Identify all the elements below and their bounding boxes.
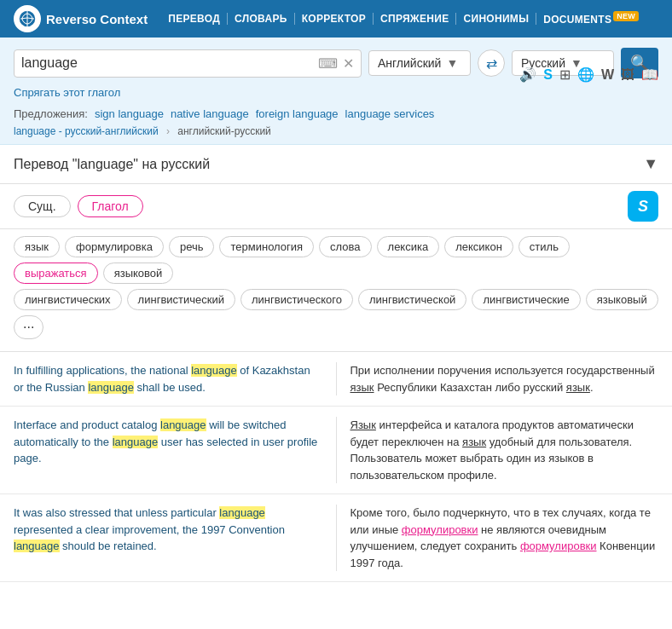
chip-formulirovka[interactable]: формулировка xyxy=(65,236,164,257)
example-left-2: Interface and product catalog language w… xyxy=(14,417,322,483)
swap-languages-button[interactable]: ⇄ xyxy=(478,49,505,77)
wiki-icon[interactable]: W xyxy=(601,67,614,83)
underline-formulirovki-3a: формулировки xyxy=(402,523,478,536)
underline-yazyk-2b: язык xyxy=(462,436,486,448)
main-nav: ПЕРЕВОД СЛОВАРЬ КОРРЕКТОР СПРЯЖЕНИЕ СИНО… xyxy=(161,12,646,26)
source-lang-select[interactable]: Английский ▼ xyxy=(368,50,471,76)
chip-lingvisticheskoy[interactable]: лингвистической xyxy=(358,289,466,310)
breadcrumb-target: английский-русский xyxy=(177,125,271,137)
word-chips-section: язык формулировка речь терминология слов… xyxy=(0,229,672,352)
highlight-language-2a: language xyxy=(160,418,206,431)
tab-verb[interactable]: Глагол xyxy=(78,195,143,217)
nav-spryazhenie[interactable]: СПРЯЖЕНИЕ xyxy=(374,13,456,25)
nav-perevod[interactable]: ПЕРЕВОД xyxy=(161,13,228,25)
translation-title: Перевод "language" на русский xyxy=(14,157,210,172)
chip-slova[interactable]: слова xyxy=(319,236,371,257)
book-icon[interactable]: 📖 xyxy=(641,66,658,83)
breadcrumb: language - русский-английский › английск… xyxy=(14,125,658,137)
logo[interactable]: Reverso Context xyxy=(14,5,148,32)
skype-translate-button[interactable]: S xyxy=(628,191,658,222)
chip-lingvisticheskogo[interactable]: лингвистического xyxy=(240,289,353,310)
chip-yazyk[interactable]: язык xyxy=(14,236,60,257)
skype-icon[interactable]: S xyxy=(543,67,553,83)
highlight-language-2b: language xyxy=(113,436,159,448)
chip-lingvisticheskie[interactable]: лингвистические xyxy=(472,289,580,310)
chip-lingvisticheskiy[interactable]: лингвистический xyxy=(127,289,235,310)
example-right-3: Кроме того, было подчеркнуто, что в тех … xyxy=(336,505,659,571)
highlight-language-3a: language xyxy=(219,506,265,519)
chip-terminologiya[interactable]: терминология xyxy=(219,236,314,257)
underline-yazyk-1b: язык xyxy=(566,381,590,394)
suggestion-language-services[interactable]: language services xyxy=(345,107,435,120)
suggestions-label: Предложения: xyxy=(14,107,88,120)
chip-leksikon[interactable]: лексикон xyxy=(444,236,513,257)
underline-formulirovki-3b: формулировки xyxy=(520,540,597,552)
example-row: In fulfilling applications, the national… xyxy=(0,352,672,407)
chip-vyrazhatsa[interactable]: выражаться xyxy=(14,263,98,284)
pos-tabs: Сущ. Глагол xyxy=(14,195,143,217)
example-left-1: In fulfilling applications, the national… xyxy=(14,362,322,395)
new-badge: new xyxy=(613,11,639,21)
suggestion-sign-language[interactable]: sign language xyxy=(95,107,164,120)
search-input[interactable] xyxy=(21,55,313,71)
search-area: ⌨ ✕ Английский ▼ ⇄ Русский ▼ 🔍 Спрягать … xyxy=(0,38,672,145)
chip-lingvisticheskih[interactable]: лингвистических xyxy=(14,289,122,310)
chip-more[interactable]: ··· xyxy=(14,315,43,339)
image-icon[interactable]: 🖼 xyxy=(621,67,634,83)
example-row: It was also stressed that unless particu… xyxy=(0,494,672,582)
clear-icon[interactable]: ✕ xyxy=(343,55,354,72)
globe-icon[interactable]: 🌐 xyxy=(577,66,594,83)
tab-noun[interactable]: Сущ. xyxy=(14,195,71,217)
highlight-language-1b: language xyxy=(88,381,134,394)
chip-stil[interactable]: стиль xyxy=(518,236,570,257)
translation-header[interactable]: Перевод "language" на русский ▼ xyxy=(0,145,672,184)
suggestion-foreign-language[interactable]: foreign language xyxy=(256,107,339,120)
chip-rech[interactable]: речь xyxy=(169,236,215,257)
search-input-wrap[interactable]: ⌨ ✕ xyxy=(14,49,362,78)
audio-icon[interactable]: 🔊 xyxy=(519,66,536,83)
keyboard-icon[interactable]: ⌨ xyxy=(318,55,338,72)
logo-icon xyxy=(14,5,41,32)
pos-row: Сущ. Глагол S xyxy=(0,184,672,229)
suggestion-native-language[interactable]: native language xyxy=(171,107,249,120)
tool-icons-row: 🔊 S ⊞ 🌐 W 🖼 📖 xyxy=(519,66,658,83)
highlight-language-3b: language xyxy=(14,540,60,552)
grid-icon[interactable]: ⊞ xyxy=(559,66,571,83)
chips-row-2: лингвистических лингвистический лингвист… xyxy=(14,289,658,339)
conjugate-link[interactable]: Спрягать этот глагол xyxy=(14,86,120,99)
breadcrumb-separator: › xyxy=(166,125,172,137)
chips-row-1: язык формулировка речь терминология слов… xyxy=(14,236,658,284)
examples-section: In fulfilling applications, the national… xyxy=(0,352,672,582)
example-right-2: Язык интерфейса и каталога продуктов авт… xyxy=(336,417,659,483)
underline-yazyk-2a: Язык xyxy=(350,418,376,431)
breadcrumb-current-link[interactable]: language - русский-английский xyxy=(14,125,159,137)
example-left-3: It was also stressed that unless particu… xyxy=(14,505,322,571)
example-right-1: При исполнении поручения используется го… xyxy=(336,362,659,395)
suggestions-row: Предложения: sign language native langua… xyxy=(14,107,658,120)
source-lang-arrow: ▼ xyxy=(446,56,458,70)
chip-leksika[interactable]: лексика xyxy=(377,236,440,257)
nav-sinonimy[interactable]: СИНОНИМЫ xyxy=(456,13,536,25)
chip-yazykovyy[interactable]: языковый xyxy=(586,289,658,310)
example-row: Interface and product catalog language w… xyxy=(0,407,672,494)
chip-yazykovoy[interactable]: языковой xyxy=(103,263,174,284)
underline-yazyk-1a: язык xyxy=(350,381,374,394)
nav-slovar[interactable]: СЛОВАРЬ xyxy=(228,13,295,25)
logo-text: Reverso Context xyxy=(46,12,148,26)
nav-korrektor[interactable]: КОРРЕКТОР xyxy=(295,13,374,25)
highlight-language-1a: language xyxy=(191,364,237,377)
nav-documents[interactable]: DOCUMENTSnew xyxy=(536,12,646,26)
chevron-down-icon: ▼ xyxy=(643,155,658,173)
header: Reverso Context ПЕРЕВОД СЛОВАРЬ КОРРЕКТО… xyxy=(0,0,672,38)
